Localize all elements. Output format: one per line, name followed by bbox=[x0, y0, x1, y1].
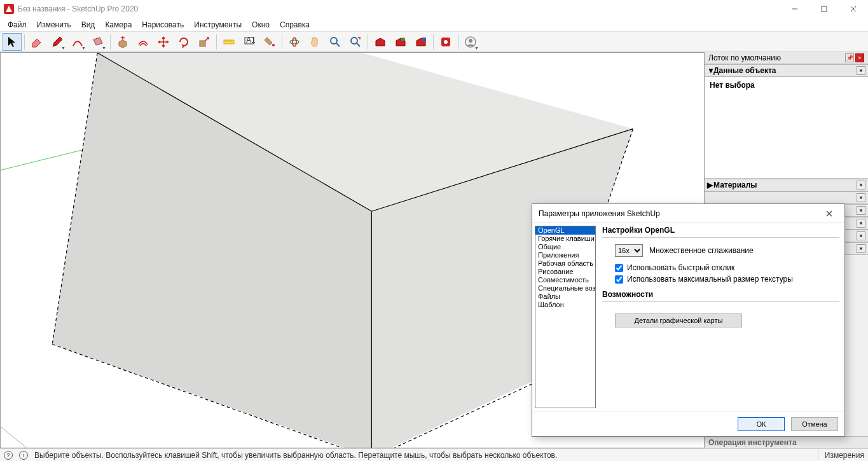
dialog-title: Параметры приложения SketchUp bbox=[539, 209, 660, 218]
panel-entity-head[interactable]: ▼ Данные объекта × bbox=[705, 64, 868, 77]
help-icon[interactable]: ? bbox=[4, 451, 13, 460]
section-opengl-title: Настройки OpenGL bbox=[602, 226, 839, 235]
tool-share-model[interactable] bbox=[391, 33, 410, 51]
menu-file[interactable]: Файл bbox=[3, 19, 32, 31]
tool-move[interactable] bbox=[154, 33, 173, 51]
ok-button[interactable]: ОК bbox=[738, 417, 785, 431]
tool-pencil[interactable]: ▼ bbox=[48, 33, 67, 51]
toolbar: ▼ ▼ ▼ A1 ▼ bbox=[0, 32, 868, 52]
no-selection-label: Нет выбора bbox=[710, 81, 755, 90]
maximize-button[interactable] bbox=[809, 0, 839, 18]
tray-close-icon[interactable]: × bbox=[855, 53, 864, 62]
multisample-label: Множественное сглаживание bbox=[649, 246, 754, 255]
svg-point-24 bbox=[469, 39, 472, 43]
tool-zoom-extents[interactable] bbox=[346, 33, 365, 51]
tool-extension-manager[interactable] bbox=[436, 33, 455, 51]
svg-line-36 bbox=[1, 427, 27, 448]
menu-help[interactable]: Справка bbox=[275, 19, 315, 31]
tool-eraser[interactable] bbox=[27, 33, 46, 51]
cat-general[interactable]: Общие bbox=[535, 243, 595, 251]
tray-footer-label: Операция инструмента bbox=[705, 436, 868, 448]
menu-camera[interactable]: Камера bbox=[100, 19, 137, 31]
panel-materials-close[interactable]: × bbox=[857, 181, 865, 189]
multisample-select[interactable]: 16x bbox=[615, 244, 643, 257]
chevron-right-icon: ▶ bbox=[707, 181, 713, 189]
svg-text:A1: A1 bbox=[246, 36, 256, 45]
statusbar: ? i Выберите объекты. Воспользуйтесь кла… bbox=[0, 448, 868, 461]
tool-offset[interactable] bbox=[134, 33, 153, 51]
tool-pushpull[interactable] bbox=[113, 33, 132, 51]
tool-tape[interactable] bbox=[219, 33, 238, 51]
panel-materials-title: Материалы bbox=[713, 181, 757, 189]
cat-compat[interactable]: Совместимость bbox=[535, 276, 595, 284]
info-icon[interactable]: i bbox=[19, 451, 28, 460]
tool-pan[interactable] bbox=[305, 33, 324, 51]
tool-3dwarehouse[interactable] bbox=[371, 33, 390, 51]
minimize-button[interactable] bbox=[780, 0, 809, 18]
cat-workspace[interactable]: Рабочая область bbox=[535, 259, 595, 268]
tool-arc[interactable]: ▼ bbox=[68, 33, 87, 51]
window-title: Без названия - SketchUp Pro 2020 bbox=[18, 4, 138, 13]
menu-draw[interactable]: Нарисовать bbox=[137, 19, 189, 31]
chevron-down-icon: ▼ bbox=[707, 66, 713, 75]
tool-extension-warehouse[interactable] bbox=[411, 33, 431, 51]
dialog-close-button[interactable] bbox=[820, 205, 838, 223]
svg-point-12 bbox=[272, 44, 275, 46]
max-texture-label: Использовать максимальный размер текстур… bbox=[627, 275, 793, 284]
max-texture-checkbox[interactable] bbox=[615, 275, 623, 284]
titlebar: Без названия - SketchUp Pro 2020 bbox=[0, 0, 868, 18]
fast-feedback-checkbox[interactable] bbox=[615, 264, 623, 272]
cat-opengl[interactable]: OpenGL bbox=[535, 226, 595, 235]
tool-rotate[interactable] bbox=[174, 33, 193, 51]
measurements-label: Измерения bbox=[825, 451, 864, 460]
max-texture-row[interactable]: Использовать максимальный размер текстур… bbox=[615, 275, 839, 284]
cat-template[interactable]: Шаблон bbox=[535, 301, 595, 309]
panel-entity-close[interactable]: × bbox=[857, 66, 865, 75]
svg-point-22 bbox=[444, 40, 448, 44]
panel-hidden-1[interactable]: × bbox=[705, 191, 868, 204]
tool-zoom[interactable] bbox=[326, 33, 345, 51]
fast-feedback-row[interactable]: Использовать быстрый отклик bbox=[615, 263, 839, 272]
tray-title: Лоток по умолчанию bbox=[708, 53, 781, 62]
tool-scale[interactable] bbox=[195, 33, 214, 51]
menu-view[interactable]: Вид bbox=[76, 19, 100, 31]
svg-rect-5 bbox=[224, 40, 234, 44]
svg-rect-4 bbox=[200, 41, 205, 46]
svg-rect-1 bbox=[822, 6, 827, 11]
panel-materials-head[interactable]: ▶ Материалы × bbox=[705, 179, 868, 191]
cancel-button[interactable]: Отмена bbox=[791, 417, 838, 431]
cat-drawing[interactable]: Рисование bbox=[535, 268, 595, 276]
tray-header: Лоток по умолчанию 📌 × bbox=[705, 52, 868, 64]
tool-user[interactable]: ▼ bbox=[461, 33, 480, 51]
tool-rectangle[interactable]: ▼ bbox=[88, 33, 107, 51]
menubar: Файл Изменить Вид Камера Нарисовать Инст… bbox=[0, 18, 868, 32]
section-caps-title: Возможности bbox=[602, 290, 839, 299]
tool-orbit[interactable] bbox=[285, 33, 304, 51]
cat-accessibility[interactable]: Специальные возможности bbox=[535, 284, 595, 292]
menu-tools[interactable]: Инструменты bbox=[189, 19, 247, 31]
svg-point-13 bbox=[290, 40, 299, 44]
app-icon bbox=[4, 4, 14, 14]
menu-window[interactable]: Окно bbox=[247, 19, 275, 31]
tool-text[interactable]: A1 bbox=[240, 33, 259, 51]
preferences-dialog: Параметры приложения SketchUp OpenGL Гор… bbox=[532, 203, 845, 437]
panel-entity-title: Данные объекта bbox=[713, 66, 776, 75]
menu-edit[interactable]: Изменить bbox=[32, 19, 76, 31]
gfx-details-button[interactable]: Детали графической карты bbox=[615, 313, 742, 327]
tool-paint[interactable] bbox=[260, 33, 279, 51]
cat-shortcuts[interactable]: Горячие клавиши bbox=[535, 235, 595, 243]
svg-point-17 bbox=[351, 38, 357, 44]
svg-point-15 bbox=[331, 38, 337, 44]
close-button[interactable] bbox=[839, 0, 868, 18]
panel-entity-body: Нет выбора bbox=[705, 77, 868, 179]
svg-point-14 bbox=[293, 38, 296, 46]
cat-files[interactable]: Файлы bbox=[535, 292, 595, 301]
tool-select[interactable] bbox=[3, 33, 22, 51]
category-list[interactable]: OpenGL Горячие клавиши Общие Приложения … bbox=[535, 226, 596, 408]
svg-line-18 bbox=[357, 43, 360, 46]
cat-apps[interactable]: Приложения bbox=[535, 251, 595, 259]
status-hint: Выберите объекты. Воспользуйтесь клавише… bbox=[34, 451, 557, 460]
svg-point-19 bbox=[401, 38, 405, 41]
svg-line-16 bbox=[336, 43, 340, 46]
tray-pin-icon[interactable]: 📌 bbox=[845, 53, 854, 62]
